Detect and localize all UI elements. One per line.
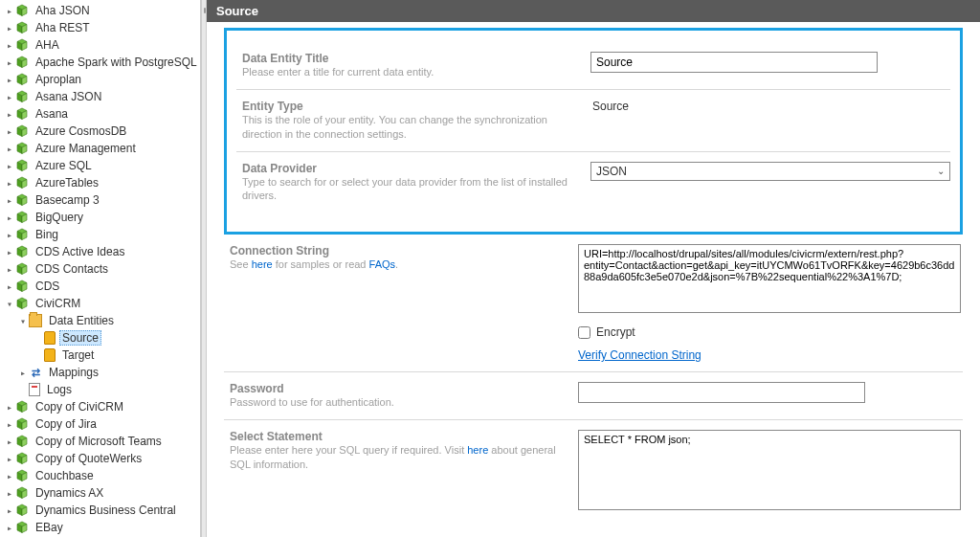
cube-icon — [15, 38, 29, 52]
expand-icon[interactable]: ▸ — [4, 505, 15, 516]
expand-icon[interactable]: ▸ — [4, 75, 15, 85]
tree-item-cds-contacts[interactable]: ▸CDS Contacts — [0, 260, 200, 278]
database-icon — [44, 348, 56, 362]
expand-icon[interactable]: ▸ — [4, 178, 15, 189]
tree-item-copy-of-quotewerks[interactable]: ▸Copy of QuoteWerks — [0, 450, 200, 467]
password-label: Password — [230, 382, 559, 395]
tree-item-label: CDS Active Ideas — [33, 245, 127, 258]
cube-icon — [15, 503, 29, 517]
tree-item-bing[interactable]: ▸Bing — [0, 226, 200, 243]
expand-icon[interactable]: ▸ — [4, 454, 15, 464]
expand-icon[interactable]: ▸ — [4, 40, 15, 51]
data-provider-combo[interactable]: JSON ⌄ — [590, 162, 950, 181]
tree-item-asana[interactable]: ▸Asana — [0, 105, 200, 123]
select-textarea[interactable] — [578, 430, 961, 510]
expand-icon[interactable]: ▸ — [4, 436, 15, 447]
expand-icon[interactable]: ▸ — [4, 264, 15, 275]
expand-icon[interactable]: ▸ — [4, 92, 15, 102]
tree-item-asana-json[interactable]: ▸Asana JSON — [0, 88, 200, 105]
password-input[interactable] — [578, 382, 865, 403]
expand-icon[interactable]: ▸ — [4, 161, 15, 171]
tree-item-label: CDS — [33, 280, 62, 293]
tree-item-dynamics-ax[interactable]: ▸Dynamics AX — [0, 484, 200, 502]
tree-item-mappings[interactable]: ▸⇄Mappings — [0, 364, 200, 381]
tree-item-label: BigQuery — [33, 211, 86, 224]
tree-item-aha[interactable]: ▸AHA — [0, 36, 200, 54]
tree-item-label: Copy of Jira — [33, 417, 100, 431]
expand-icon[interactable]: ▸ — [4, 488, 15, 499]
tree-item-label: Azure SQL — [33, 159, 95, 172]
expand-icon[interactable]: ▸ — [4, 23, 15, 34]
tree-item-logs[interactable]: Logs — [0, 381, 200, 398]
tree-item-label: Asana — [33, 107, 71, 121]
tree-item-civicrm[interactable]: ▾CiviCRM — [0, 295, 200, 312]
expand-icon[interactable]: ▸ — [4, 109, 15, 120]
expand-icon[interactable]: ▸ — [4, 247, 15, 257]
select-here-link[interactable]: here — [467, 444, 488, 456]
expand-icon[interactable]: ▸ — [4, 402, 15, 413]
tree-item-azuretables[interactable]: ▸AzureTables — [0, 174, 200, 191]
tree-item-label: Aha JSON — [33, 4, 93, 17]
tree-item-label: Aha REST — [33, 21, 93, 34]
tree-item-copy-of-microsoft-teams[interactable]: ▸Copy of Microsoft Teams — [0, 433, 200, 450]
tree-item-label: EBay — [33, 521, 66, 534]
mappings-icon: ⇄ — [29, 367, 42, 378]
expand-icon[interactable]: ▸ — [17, 368, 29, 378]
expand-icon[interactable]: ▸ — [4, 195, 15, 206]
expand-icon[interactable]: ▾ — [17, 316, 29, 326]
cube-icon — [15, 142, 29, 155]
tree-item-dynamics-business-central[interactable]: ▸Dynamics Business Central — [0, 502, 200, 519]
cube-icon — [15, 107, 29, 121]
tree-item-aproplan[interactable]: ▸Aproplan — [0, 71, 200, 88]
tree-item-copy-of-civicrm[interactable]: ▸Copy of CiviCRM — [0, 398, 200, 415]
tree-item-couchbase[interactable]: ▸Couchbase — [0, 467, 200, 484]
tree-item-copy-of-jira[interactable]: ▸Copy of Jira — [0, 415, 200, 433]
expand-icon[interactable]: ▾ — [4, 299, 15, 309]
tree-item-bigquery[interactable]: ▸BigQuery — [0, 209, 200, 226]
tree-item-label: Target — [59, 348, 97, 362]
tree-item-aha-json[interactable]: ▸Aha JSON — [0, 2, 200, 19]
expand-icon[interactable]: ▸ — [4, 126, 15, 137]
connstring-faqs-link[interactable]: FAQs — [369, 258, 396, 270]
tree-item-data-entities[interactable]: ▾Data Entities — [0, 312, 200, 329]
encrypt-checkbox[interactable] — [578, 326, 590, 339]
tree-item-target[interactable]: Target — [0, 347, 200, 364]
tree-item-source[interactable]: Source — [0, 329, 200, 347]
expand-icon[interactable]: ▸ — [4, 419, 15, 430]
expand-icon[interactable]: ▸ — [4, 281, 15, 292]
tree-item-ebay[interactable]: ▸EBay — [0, 519, 200, 536]
expand-icon[interactable]: ▸ — [4, 144, 15, 154]
tree-item-label: Azure CosmosDB — [33, 124, 129, 138]
cube-icon — [15, 21, 29, 34]
expand-icon[interactable]: ▸ — [4, 471, 15, 481]
cube-icon — [15, 452, 29, 465]
sidebar-tree[interactable]: ▸Aha JSON▸Aha REST▸AHA▸Apache Spark with… — [0, 0, 201, 537]
cube-icon — [15, 159, 29, 172]
tree-item-azure-cosmosdb[interactable]: ▸Azure CosmosDB — [0, 123, 200, 140]
entity-title-input[interactable] — [590, 52, 878, 73]
chevron-down-icon: ⌄ — [937, 166, 945, 176]
tree-item-basecamp-3[interactable]: ▸Basecamp 3 — [0, 191, 200, 209]
tree-item-label: Copy of Microsoft Teams — [33, 435, 165, 448]
tree-item-aha-rest[interactable]: ▸Aha REST — [0, 19, 200, 36]
tree-item-label: AzureTables — [33, 176, 101, 190]
connstring-textarea[interactable] — [578, 244, 961, 313]
tree-item-label: Basecamp 3 — [33, 193, 102, 207]
tree-item-azure-sql[interactable]: ▸Azure SQL — [0, 157, 200, 174]
cube-icon — [15, 211, 29, 224]
tree-item-cds-active-ideas[interactable]: ▸CDS Active Ideas — [0, 243, 200, 260]
tree-item-azure-management[interactable]: ▸Azure Management — [0, 140, 200, 157]
tree-item-cds[interactable]: ▸CDS — [0, 278, 200, 295]
expand-icon[interactable]: ▸ — [4, 213, 15, 223]
expand-icon[interactable]: ▸ — [4, 230, 15, 240]
data-provider-value: JSON — [596, 165, 627, 178]
splitter[interactable] — [201, 0, 207, 537]
tree-item-apache-spark-with-postgresql[interactable]: ▸Apache Spark with PostgreSQL — [0, 54, 200, 71]
connstring-here-link[interactable]: here — [252, 258, 273, 270]
expand-icon[interactable]: ▸ — [4, 523, 15, 533]
expand-icon[interactable]: ▸ — [4, 6, 15, 16]
cube-icon — [15, 245, 29, 258]
expand-icon[interactable]: ▸ — [4, 57, 15, 68]
verify-conn-link[interactable]: Verify Connection String — [578, 348, 702, 362]
tree-item-label: Dynamics AX — [33, 486, 106, 500]
